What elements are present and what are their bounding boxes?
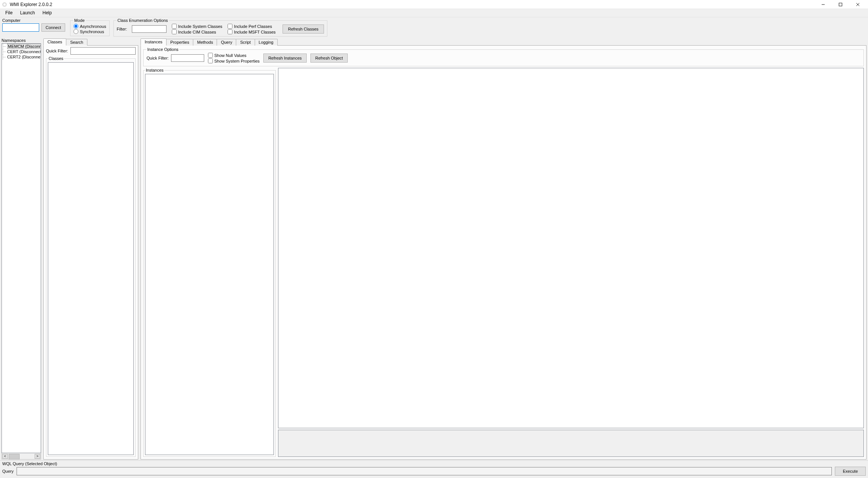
include-msft-checkbox[interactable]: [228, 29, 232, 34]
include-perf-label: Include Perf Classes: [234, 24, 272, 29]
wql-caption: WQL Query (Selected Object): [2, 461, 866, 466]
namespace-node[interactable]: CERT (Disconnected): [2, 49, 41, 54]
scroll-right-icon[interactable]: >: [35, 454, 40, 459]
instances-quickfilter-label: Quick Filter:: [147, 56, 169, 60]
show-null-row[interactable]: Show Null Values: [208, 53, 260, 58]
include-msft-label: Include MSFT Classes: [234, 30, 275, 34]
enum-group: Class Enumeration Options Filter: Includ…: [113, 18, 328, 37]
include-system-row[interactable]: Include System Classes: [172, 24, 222, 29]
show-null-checkbox[interactable]: [208, 53, 213, 58]
instances-listbox[interactable]: [145, 74, 274, 455]
menu-launch[interactable]: Launch: [16, 9, 38, 17]
details-panel: Instances Properties Methods Query Scrip…: [141, 38, 866, 460]
details-tabstrip: Instances Properties Methods Query Scrip…: [141, 38, 866, 46]
scroll-left-icon[interactable]: <: [2, 454, 8, 459]
namespace-label: CERT2 (Disconnected): [7, 55, 41, 59]
namespaces-hscrollbar[interactable]: < >: [2, 453, 41, 460]
instance-summary-pane[interactable]: [278, 430, 864, 457]
mode-async-radio[interactable]: [73, 24, 78, 29]
enum-filter-label: Filter:: [117, 27, 129, 31]
computer-label: Computer: [2, 18, 66, 23]
menu-help[interactable]: Help: [39, 9, 56, 17]
refresh-instances-button[interactable]: Refresh Instances: [263, 54, 307, 63]
mode-group: Mode Asynchronous Synchronous: [70, 18, 110, 36]
tab-properties[interactable]: Properties: [166, 39, 193, 46]
computer-input[interactable]: [2, 23, 39, 32]
include-cim-label: Include CIM Classes: [178, 30, 216, 34]
svg-rect-3: [839, 3, 842, 6]
classes-list-group: Classes: [46, 56, 136, 457]
classes-quickfilter-input[interactable]: [70, 47, 136, 55]
wql-query-input[interactable]: [17, 467, 832, 475]
namespace-label: MEMCM (Disconnected): [7, 44, 41, 49]
instances-tab-body: Instance Options Quick Filter: Show Null…: [141, 46, 866, 460]
instances-quickfilter-input[interactable]: [171, 54, 204, 62]
include-system-checkbox[interactable]: [172, 24, 177, 29]
tab-instances[interactable]: Instances: [141, 38, 167, 46]
classes-tab-body: Quick Filter: Classes: [43, 46, 138, 460]
refresh-object-button[interactable]: Refresh Object: [310, 54, 348, 63]
namespaces-tree[interactable]: MEMCM (Disconnected) ▾ CERT (Disconnecte…: [2, 43, 41, 453]
maximize-button[interactable]: [832, 0, 849, 9]
include-perf-row[interactable]: Include Perf Classes: [228, 24, 275, 29]
wql-bar: WQL Query (Selected Object) Query Execut…: [0, 460, 868, 478]
classes-list-legend: Classes: [48, 56, 64, 61]
namespace-node[interactable]: CERT2 (Disconnected): [2, 54, 41, 60]
include-msft-row[interactable]: Include MSFT Classes: [228, 29, 275, 34]
computer-block: Computer Connect: [2, 18, 66, 32]
tab-logging[interactable]: Logging: [255, 39, 278, 46]
instance-options-legend: Instance Options: [147, 47, 179, 52]
include-cim-checkbox[interactable]: [172, 29, 177, 34]
show-system-checkbox[interactable]: [208, 58, 213, 63]
mode-legend: Mode: [73, 18, 86, 23]
instances-list-group: Instances: [143, 68, 276, 457]
app-icon: [2, 2, 8, 8]
enum-legend: Class Enumeration Options: [117, 18, 169, 23]
refresh-classes-button[interactable]: Refresh Classes: [283, 25, 324, 34]
tab-search[interactable]: Search: [66, 39, 87, 46]
namespaces-caption: Namespaces: [2, 38, 41, 43]
mode-sync-row[interactable]: Synchronous: [73, 29, 106, 34]
include-perf-checkbox[interactable]: [228, 24, 232, 29]
top-config-strip: Computer Connect Mode Asynchronous Synch…: [0, 17, 868, 38]
menu-file[interactable]: File: [2, 9, 16, 17]
mode-async-row[interactable]: Asynchronous: [73, 24, 106, 29]
show-system-label: Show System Properties: [214, 59, 260, 63]
tab-script[interactable]: Script: [236, 39, 255, 46]
namespaces-panel: Namespaces MEMCM (Disconnected) ▾ CERT (…: [2, 38, 41, 460]
main-area: Namespaces MEMCM (Disconnected) ▾ CERT (…: [0, 38, 868, 460]
window-title: WMI Explorer 2.0.0.2: [10, 2, 52, 7]
instances-split: Instances: [143, 68, 864, 457]
classes-panel: Classes Search Quick Filter: Classes: [43, 38, 138, 460]
classes-listbox[interactable]: [48, 62, 134, 455]
mode-sync-radio[interactable]: [73, 29, 78, 34]
minimize-button[interactable]: [815, 0, 832, 9]
instance-options-group: Instance Options Quick Filter: Show Null…: [143, 47, 864, 66]
instance-detail-pane[interactable]: [278, 68, 864, 428]
close-button[interactable]: [849, 0, 866, 9]
include-system-label: Include System Classes: [178, 24, 222, 29]
execute-button[interactable]: Execute: [835, 467, 866, 476]
show-null-label: Show Null Values: [214, 53, 246, 58]
tab-query[interactable]: Query: [217, 39, 236, 46]
classes-tabstrip: Classes Search: [43, 38, 138, 46]
show-system-row[interactable]: Show System Properties: [208, 58, 260, 63]
wql-label: Query: [2, 469, 14, 473]
tab-methods[interactable]: Methods: [193, 39, 217, 46]
instances-list-legend: Instances: [145, 68, 164, 72]
mode-sync-label: Synchronous: [80, 29, 104, 34]
scroll-thumb[interactable]: [9, 454, 34, 459]
mode-async-label: Asynchronous: [80, 24, 106, 29]
namespace-node[interactable]: MEMCM (Disconnected) ▾: [2, 44, 41, 49]
enum-filter-input[interactable]: [132, 25, 167, 33]
titlebar: WMI Explorer 2.0.0.2: [0, 0, 868, 9]
connect-button[interactable]: Connect: [41, 23, 65, 32]
svg-point-1: [3, 3, 6, 6]
classes-quickfilter-label: Quick Filter:: [46, 49, 68, 53]
include-cim-row[interactable]: Include CIM Classes: [172, 29, 222, 34]
namespace-label: CERT (Disconnected): [7, 49, 41, 54]
menubar: File Launch Help: [0, 9, 868, 17]
tab-classes[interactable]: Classes: [43, 38, 66, 46]
